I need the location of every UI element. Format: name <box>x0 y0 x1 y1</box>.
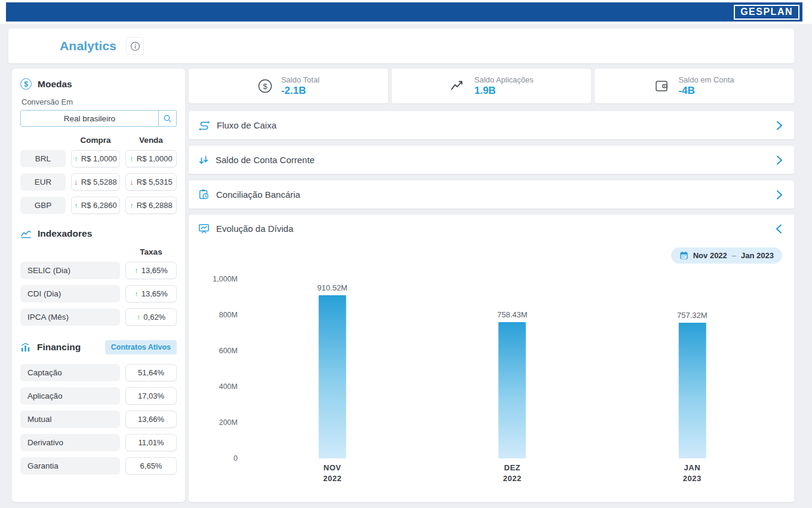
venda-chip: ↑ R$ 1,0000 <box>125 150 177 167</box>
financing-row-mutual: Mutual 13,66% <box>20 411 177 428</box>
y-tick-label: 800M <box>219 311 238 319</box>
financing-value: 17,03% <box>138 391 164 400</box>
summary-cards-row: $ Saldo Total -2.1B Saldo Aplicações 1.9… <box>189 69 794 103</box>
currency-code: EUR <box>20 173 66 191</box>
presentation-chart-icon <box>198 223 210 234</box>
financing-row-garantia: Garantia 6,65% <box>20 457 177 475</box>
indexador-label: IPCA (Mês) <box>20 308 120 326</box>
date-range-row: Nov 2022 – Jan 2023 <box>189 243 794 264</box>
trend-arrow-icon: ↑ <box>137 313 141 322</box>
venda-chip: ↓ R$ 5,5315 <box>125 173 177 191</box>
indexador-row-cdi: CDI (Dia) ↑ 13,65% <box>20 285 177 302</box>
fluxo-de-caixa-panel: Fluxo de Caixa <box>189 111 794 139</box>
dollar-circle-icon: $ <box>20 78 32 90</box>
conciliacao-bancaria-header[interactable]: Conciliação Bancária <box>189 180 794 209</box>
venda-chip: ↑ R$ 6,2888 <box>125 197 177 214</box>
financing-label: Garantia <box>20 457 120 475</box>
bar-chart-icon <box>20 342 31 353</box>
info-button[interactable] <box>126 37 144 55</box>
bar-slot: 758.43M <box>497 279 528 458</box>
summary-value: -4B <box>678 85 734 97</box>
y-tick-label: 600M <box>219 347 238 355</box>
indexador-row-ipca: IPCA (Mês) ↑ 0,62% <box>20 308 177 326</box>
date-range-badge[interactable]: Nov 2022 – Jan 2023 <box>671 247 782 264</box>
gesplan-logo: GESPLAN <box>734 5 799 20</box>
moedas-title: Moedas <box>38 79 72 90</box>
x-tick-label: NOV2022 <box>323 463 342 483</box>
financing-chip: 11,01% <box>125 434 177 451</box>
sidebar: $ Moedas Conversão Em Compra Venda BRL ↑… <box>12 69 185 502</box>
debt-bar-chart: 1,000M800M600M400M200M0 910.52M758.43M75… <box>189 264 794 458</box>
financing-value: 11,01% <box>138 438 164 447</box>
financing-chip: 13,66% <box>125 411 177 428</box>
taxa-chip: ↑ 0,62% <box>125 308 177 326</box>
panel-title: Conciliação Bancária <box>216 189 775 200</box>
currency-search-button[interactable] <box>158 111 176 126</box>
clipboard-clock-icon <box>198 189 210 200</box>
bar-value-label: 758.43M <box>497 310 528 319</box>
top-header-bar: GESPLAN <box>6 2 802 22</box>
currency-columns-header: Compra Venda <box>20 136 177 145</box>
taxa-value: 0,62% <box>143 313 165 322</box>
evolucao-divida-header[interactable]: Evolução da Dívida <box>189 215 794 243</box>
chevron-right-icon <box>775 155 783 166</box>
bar-slot: 910.52M <box>317 279 347 458</box>
trend-arrow-icon: ↑ <box>130 201 134 210</box>
indexadores-title: Indexadores <box>38 228 92 239</box>
bar[interactable] <box>499 322 526 458</box>
chart-plot: 910.52M758.43M757.32M <box>242 279 782 458</box>
financing-row-derivativo: Derivativo 11,01% <box>20 434 177 451</box>
venda-value: R$ 5,5315 <box>137 178 173 186</box>
summary-label: Saldo Aplicações <box>474 75 533 84</box>
saldo-em-conta-card: Saldo em Conta -4B <box>595 69 794 103</box>
saldo-conta-corrente-panel: Saldo de Conta Corrente <box>189 146 794 174</box>
contratos-ativos-badge[interactable]: Contratos Ativos <box>105 340 177 354</box>
trend-arrow-icon: ↑ <box>134 289 139 298</box>
compra-value: R$ 1,0000 <box>81 154 117 163</box>
line-chart-icon <box>20 229 32 238</box>
trend-arrow-icon: ↑ <box>130 154 134 163</box>
cash-flow-icon <box>198 120 210 131</box>
currency-input[interactable] <box>21 111 158 126</box>
y-tick-label: 400M <box>219 382 238 391</box>
conciliacao-bancaria-panel: Conciliação Bancária <box>189 180 794 209</box>
compra-value: R$ 5,5288 <box>81 178 117 186</box>
col-taxas: Taxas <box>125 247 177 256</box>
financing-label: Aplicação <box>20 387 120 405</box>
financing-label: Captação <box>20 364 120 381</box>
fluxo-de-caixa-header[interactable]: Fluxo de Caixa <box>189 111 794 139</box>
taxa-value: 13,65% <box>142 289 168 298</box>
calendar-icon <box>679 251 688 260</box>
saldo-conta-corrente-header[interactable]: Saldo de Conta Corrente <box>189 146 794 174</box>
taxa-chip: ↑ 13,65% <box>125 262 177 279</box>
panel-title: Saldo de Conta Corrente <box>216 155 775 165</box>
trend-arrow-icon: ↓ <box>130 178 134 186</box>
chevron-right-icon <box>775 189 783 200</box>
financing-label: Derivativo <box>20 434 120 451</box>
col-compra: Compra <box>71 136 120 145</box>
bar[interactable] <box>678 323 706 458</box>
panel-title: Fluxo de Caixa <box>217 120 775 130</box>
trend-arrow-icon: ↑ <box>74 154 78 163</box>
saldo-total-card: $ Saldo Total -2.1B <box>189 69 388 103</box>
chevron-left-icon <box>775 224 783 234</box>
compra-chip: ↑ R$ 6,2860 <box>71 197 120 214</box>
summary-value: 1.9B <box>474 85 533 97</box>
y-tick-label: 200M <box>219 418 238 427</box>
wallet-icon <box>654 79 670 93</box>
taxa-value: 13,65% <box>142 266 168 275</box>
currency-code: BRL <box>20 150 66 167</box>
chevron-right-icon <box>775 120 783 131</box>
chart-y-axis: 1,000M800M600M400M200M0 <box>205 279 242 458</box>
trend-arrow-icon: ↓ <box>74 178 78 186</box>
indexador-label: SELIC (Dia) <box>20 262 120 279</box>
financing-value: 51,64% <box>138 368 164 377</box>
page-title-card: Analytics <box>8 29 794 63</box>
date-range-start: Nov 2022 <box>693 251 727 260</box>
svg-text:$: $ <box>263 82 267 91</box>
financing-value: 6,65% <box>140 461 162 470</box>
financing-section-header: Financing Contratos Ativos <box>20 340 177 354</box>
chart-x-labels: NOV2022DEZ2022JAN2023 <box>242 463 782 489</box>
bar[interactable] <box>319 295 346 458</box>
currency-search-group <box>20 110 177 127</box>
